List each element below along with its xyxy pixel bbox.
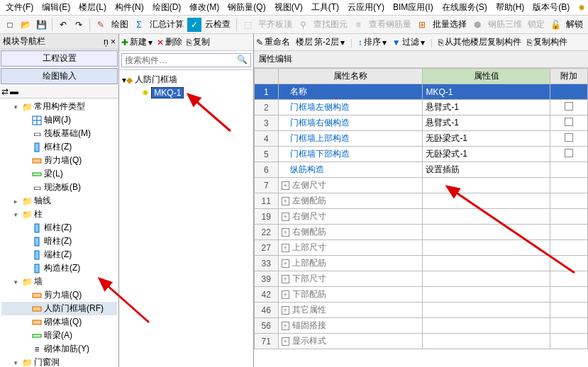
tree-node[interactable]: ▭现浇板(B) bbox=[1, 181, 117, 194]
expand-icon[interactable]: ⇄ bbox=[1, 86, 9, 96]
menu-item[interactable]: 在线服务(S) bbox=[439, 0, 490, 15]
tree-node[interactable]: 剪力墙(Q) bbox=[1, 154, 117, 167]
menu-item[interactable]: 编辑(E) bbox=[39, 0, 73, 15]
menu-item[interactable]: 修改(M) bbox=[187, 0, 222, 15]
property-row[interactable]: 11+左侧配筋 bbox=[255, 193, 588, 209]
sum-icon[interactable]: Σ bbox=[132, 18, 146, 32]
property-row[interactable]: 7+左侧尺寸 bbox=[255, 178, 588, 193]
batch-icon[interactable]: ⊞ bbox=[415, 18, 429, 32]
instance-tree[interactable]: ▾◆ 人防门框墙 ✸ MKQ-1 bbox=[119, 70, 253, 367]
unlock-icon[interactable]: 🔓 bbox=[548, 18, 562, 32]
tree-node[interactable]: ▾📁柱 bbox=[1, 208, 117, 221]
draw-label[interactable]: 绘图 bbox=[109, 18, 131, 30]
copy-button[interactable]: ⎘复制 bbox=[187, 36, 210, 48]
property-row[interactable]: 1名称MKQ-1 bbox=[255, 84, 588, 100]
property-row[interactable]: 46+其它属性 bbox=[255, 303, 588, 318]
undo-icon[interactable]: ↶ bbox=[56, 18, 70, 32]
new-button[interactable]: ✚新建▾ bbox=[121, 36, 152, 48]
menu-item[interactable]: 视图(V) bbox=[272, 0, 306, 15]
property-row[interactable]: 39+下部尺寸 bbox=[255, 271, 588, 287]
3d-icon[interactable]: ⬢ bbox=[470, 18, 484, 32]
child-node[interactable]: ✸ MKQ-1 bbox=[122, 86, 250, 99]
copy-from-floor[interactable]: ⎘从其他楼层复制构件 bbox=[438, 36, 521, 48]
close-icon[interactable]: × bbox=[111, 37, 116, 47]
tree-node[interactable]: 暗梁(A) bbox=[1, 329, 117, 342]
align-label[interactable]: 平齐板顶 bbox=[256, 18, 294, 30]
checkbox[interactable] bbox=[565, 149, 573, 157]
tree-node[interactable]: 框柱(Z) bbox=[1, 221, 117, 235]
property-row[interactable]: 33+上部配筋 bbox=[255, 256, 588, 271]
component-tree[interactable]: ▾📁常用构件类型轴网(J)▭筏板基础(M)框柱(Z)剪力墙(Q)梁(L)▭现浇板… bbox=[0, 98, 118, 367]
sum-label[interactable]: 汇总计算 bbox=[148, 18, 186, 30]
tree-node[interactable]: 剪力墙(Q) bbox=[1, 288, 117, 302]
open-icon[interactable]: 📂 bbox=[18, 18, 33, 32]
property-row[interactable]: 2门框墙左侧构造悬臂式-1 bbox=[255, 100, 588, 115]
unlock-label[interactable]: 解锁 bbox=[564, 18, 585, 30]
draw-icon[interactable]: ✎ bbox=[94, 18, 108, 32]
tree-node[interactable]: ▾📁墙 bbox=[1, 275, 117, 288]
new-icon[interactable]: □ bbox=[3, 18, 17, 32]
tree-node[interactable]: 梁(L) bbox=[1, 167, 117, 181]
tree-node[interactable]: 砌体墙(Q) bbox=[1, 315, 117, 329]
batch-label[interactable]: 批量选择 bbox=[431, 18, 469, 30]
property-row[interactable]: 19+右侧尺寸 bbox=[255, 209, 588, 225]
tree-node[interactable]: 人防门框墙(RF) bbox=[1, 302, 117, 315]
menu-item[interactable]: 云应用(Y) bbox=[345, 0, 387, 15]
pin-icon[interactable]: ņ bbox=[104, 37, 109, 47]
delete-button[interactable]: ✕删除 bbox=[157, 36, 182, 48]
rebar-icon[interactable]: ≡ bbox=[351, 18, 365, 32]
checkbox[interactable] bbox=[565, 133, 573, 142]
redo-icon[interactable]: ↷ bbox=[72, 18, 86, 32]
checkbox[interactable] bbox=[565, 118, 573, 126]
property-grid[interactable]: 属性名称 属性值 附加 1名称MKQ-12门框墙左侧构造悬臂式-13门框墙右侧构… bbox=[254, 68, 588, 367]
property-row[interactable]: 22+右侧配筋 bbox=[255, 225, 588, 240]
property-row[interactable]: 42+下部配筋 bbox=[255, 287, 588, 303]
menu-item[interactable]: 文件(F) bbox=[3, 0, 36, 15]
property-row[interactable]: 3门框墙右侧构造悬臂式-1 bbox=[255, 115, 588, 131]
menu-item[interactable]: 版本号(B) bbox=[530, 0, 572, 15]
search-input[interactable] bbox=[121, 53, 251, 67]
find-icon[interactable]: ⚲ bbox=[296, 18, 310, 32]
tree-node[interactable]: ▭筏板基础(M) bbox=[1, 127, 117, 140]
parent-node[interactable]: ▾◆ 人防门框墙 bbox=[122, 73, 250, 86]
menu-item[interactable]: 绘图(D) bbox=[150, 0, 184, 15]
tree-node[interactable]: 端柱(Z) bbox=[1, 248, 117, 261]
collapse-icon[interactable]: ▬ bbox=[10, 86, 18, 96]
tree-node[interactable]: ≡砌体加筋(Y) bbox=[1, 342, 117, 356]
property-row[interactable]: 71+显示样式 bbox=[255, 334, 588, 349]
copy-component[interactable]: ⎘复制构件 bbox=[527, 36, 567, 48]
tree-node[interactable]: 暗柱(Z) bbox=[1, 235, 117, 248]
menu-item[interactable]: 工具(T) bbox=[309, 0, 342, 15]
menu-item[interactable]: 楼层(L) bbox=[76, 0, 109, 15]
tree-node[interactable]: 框柱(Z) bbox=[1, 140, 117, 154]
align-icon[interactable]: ⬚ bbox=[240, 18, 255, 32]
menu-item[interactable]: 帮助(H) bbox=[493, 0, 528, 15]
section-project[interactable]: 工程设置 bbox=[1, 50, 118, 67]
lock-label[interactable]: 锁定 bbox=[526, 18, 547, 30]
checkbox[interactable] bbox=[565, 102, 573, 111]
rename-act[interactable]: ✎重命名 bbox=[256, 36, 290, 48]
filter-button[interactable]: ▼过滤▾ bbox=[392, 36, 425, 48]
menu-item[interactable]: BIM应用(I) bbox=[390, 0, 436, 15]
menu-item[interactable]: 钢筋量(Q) bbox=[225, 0, 268, 15]
save-icon[interactable]: 💾 bbox=[34, 18, 48, 32]
sort-button[interactable]: ↕排序▾ bbox=[358, 36, 387, 48]
cloud-label[interactable]: 云检查 bbox=[203, 18, 233, 30]
cloud-check-icon[interactable]: ✓ bbox=[187, 18, 201, 32]
search-icon[interactable]: 🔍 bbox=[237, 55, 248, 64]
find-label[interactable]: 查找图元 bbox=[311, 18, 350, 30]
tree-node[interactable]: ▾📁门窗洞 bbox=[1, 356, 117, 367]
tree-node[interactable]: ▸📁轴线 bbox=[1, 194, 117, 208]
tree-node[interactable]: 轴网(J) bbox=[1, 113, 117, 127]
3d-label[interactable]: 钢筋三维 bbox=[486, 18, 524, 30]
property-row[interactable]: 27+上部尺寸 bbox=[255, 240, 588, 256]
property-row[interactable]: 5门框墙下部构造无卧梁式-1 bbox=[255, 147, 588, 162]
floor-act[interactable]: 楼层 第-2层▾ bbox=[296, 36, 345, 48]
tree-node[interactable]: ▾📁常用构件类型 bbox=[1, 100, 117, 113]
tree-node[interactable]: 构造柱(Z) bbox=[1, 261, 117, 275]
property-row[interactable]: 56+锚固搭接 bbox=[255, 318, 588, 334]
property-row[interactable]: 6纵筋构造设置插筋 bbox=[255, 162, 588, 178]
section-draw[interactable]: 绘图输入 bbox=[1, 68, 118, 84]
property-row[interactable]: 4门框墙上部构造无卧梁式-1 bbox=[255, 131, 588, 147]
rebar-label[interactable]: 查看钢筋量 bbox=[367, 18, 414, 30]
